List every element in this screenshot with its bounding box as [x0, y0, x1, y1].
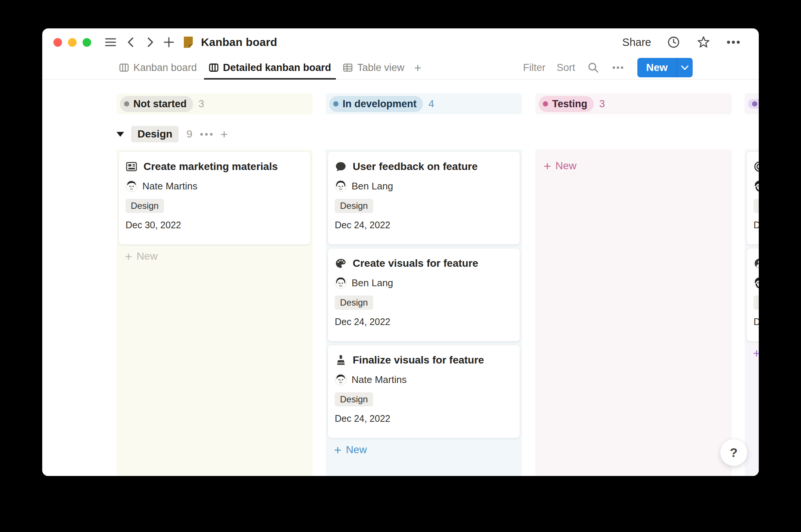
column-count: 3 [199, 98, 204, 110]
titlebar-actions: Share [622, 35, 741, 50]
search-icon[interactable] [587, 61, 600, 74]
assignee-name: Ben Lang [352, 180, 393, 192]
column-header-in-development: In development 4 [326, 93, 522, 114]
column-count: 3 [599, 98, 605, 110]
back-icon[interactable] [123, 35, 138, 50]
filter-button[interactable]: Filter [523, 62, 545, 74]
due-date: Dec 24, 2022 [335, 413, 513, 424]
kanban-board: Not started 3 In development 4 Testing 3 [42, 80, 759, 476]
column-body-clipped: Design D Design D + New [745, 149, 759, 476]
status-label: In development [343, 98, 417, 110]
avatar [754, 277, 759, 289]
collapse-triangle-icon[interactable] [117, 132, 124, 137]
tag-pill: Design [754, 199, 759, 213]
status-dot [752, 101, 757, 106]
favorite-star-icon[interactable] [696, 35, 711, 50]
titlebar: Kanban board Share [42, 28, 759, 56]
chevron-down-icon[interactable] [677, 58, 693, 77]
assignee-name: Nate Martins [142, 180, 197, 192]
column-body-testing: + New [535, 149, 732, 476]
column-count: 4 [429, 98, 434, 110]
avatar [335, 374, 347, 386]
tab-label: Kanban board [133, 62, 197, 74]
tab-kanban-board[interactable]: Kanban board [113, 56, 203, 79]
help-button[interactable]: ? [720, 439, 748, 466]
page-title[interactable]: Kanban board [201, 36, 277, 49]
status-dot [543, 101, 548, 106]
status-dot [124, 101, 129, 106]
column-header-testing: Testing 3 [535, 93, 732, 114]
tab-detailed-kanban-board[interactable]: Detailed kanban board [203, 56, 337, 79]
sort-button[interactable]: Sort [557, 62, 575, 74]
column-header-not-started: Not started 3 [117, 93, 313, 114]
status-dot [333, 101, 338, 106]
new-card-button[interactable]: + New [753, 347, 759, 359]
page-emoji-icon [181, 35, 196, 50]
minimize-window-button[interactable] [68, 38, 77, 47]
assignee-name: Ben Lang [352, 277, 393, 289]
tag-pill: Design [335, 392, 373, 406]
forward-icon[interactable] [143, 35, 158, 50]
sidebar-menu-icon[interactable] [103, 35, 118, 50]
status-label: Not started [133, 98, 187, 110]
avatar [335, 277, 347, 289]
new-page-plus-icon[interactable] [161, 35, 176, 50]
share-button[interactable]: Share [622, 36, 651, 49]
group-options-dots-icon[interactable] [200, 133, 213, 136]
status-pill[interactable]: Not started [120, 96, 193, 112]
group-pill[interactable]: Design [131, 126, 179, 142]
card[interactable]: Create marketing materials Nate Martins … [118, 151, 311, 245]
status-pill[interactable]: Testing [539, 96, 594, 112]
status-label: Testing [552, 98, 587, 110]
traffic-lights [53, 38, 91, 47]
due-date: D [754, 220, 759, 231]
updates-clock-icon[interactable] [666, 35, 681, 50]
plus-icon: + [125, 250, 132, 263]
card[interactable]: Design D [746, 151, 759, 245]
status-pill[interactable]: In development [329, 96, 423, 112]
card[interactable]: Create visuals for feature Ben Lang Desi… [328, 248, 520, 341]
column-body-in-development: User feedback on feature Ben Lang Design… [326, 149, 522, 476]
zoom-window-button[interactable] [83, 38, 91, 47]
tab-table-view[interactable]: Table view [337, 56, 410, 79]
tab-label: Table view [357, 62, 404, 74]
view-tabbar: Kanban board Detailed kanban board Table… [42, 56, 759, 80]
tag-pill: Design [335, 296, 373, 310]
column-header-clipped [745, 93, 759, 114]
add-view-plus-icon[interactable]: + [410, 61, 425, 75]
due-date: Dec 24, 2022 [335, 316, 513, 327]
plus-icon: + [753, 347, 759, 359]
card[interactable]: User feedback on feature Ben Lang Design… [328, 151, 520, 245]
bust-icon [754, 257, 759, 269]
card-title: Finalize visuals for feature [353, 354, 484, 366]
new-card-button[interactable]: + New [544, 160, 732, 172]
group-add-plus-icon[interactable]: + [220, 128, 228, 140]
newspaper-icon [126, 161, 137, 173]
status-pill[interactable] [748, 99, 759, 109]
card[interactable]: Design D [746, 248, 759, 341]
target-icon [754, 161, 759, 173]
tag-pill: Design [754, 296, 759, 310]
tag-pill: Design [335, 199, 373, 213]
group-count: 9 [186, 128, 192, 140]
due-date: Dec 24, 2022 [335, 220, 513, 231]
card[interactable]: Finalize visuals for feature Nate Martin… [328, 345, 520, 438]
new-card-button[interactable]: + New [334, 443, 522, 456]
card-title: User feedback on feature [353, 161, 478, 173]
group-row-design: Design 9 + [117, 123, 228, 146]
new-button[interactable]: New [637, 58, 693, 77]
new-button-label[interactable]: New [637, 58, 677, 77]
avatar [754, 180, 759, 192]
avatar [126, 180, 137, 192]
palette-icon [335, 257, 347, 269]
due-date: D [754, 316, 759, 327]
view-options-dots-icon[interactable] [611, 61, 625, 74]
board-toolbar: Filter Sort New [523, 56, 693, 79]
paintbrush-icon [335, 354, 347, 366]
speech-bubble-icon [335, 161, 347, 173]
plus-icon: + [544, 160, 551, 172]
card-title: Create marketing materials [143, 161, 278, 173]
more-options-icon[interactable] [726, 35, 741, 50]
new-card-button[interactable]: + New [125, 250, 313, 263]
close-window-button[interactable] [53, 38, 62, 47]
